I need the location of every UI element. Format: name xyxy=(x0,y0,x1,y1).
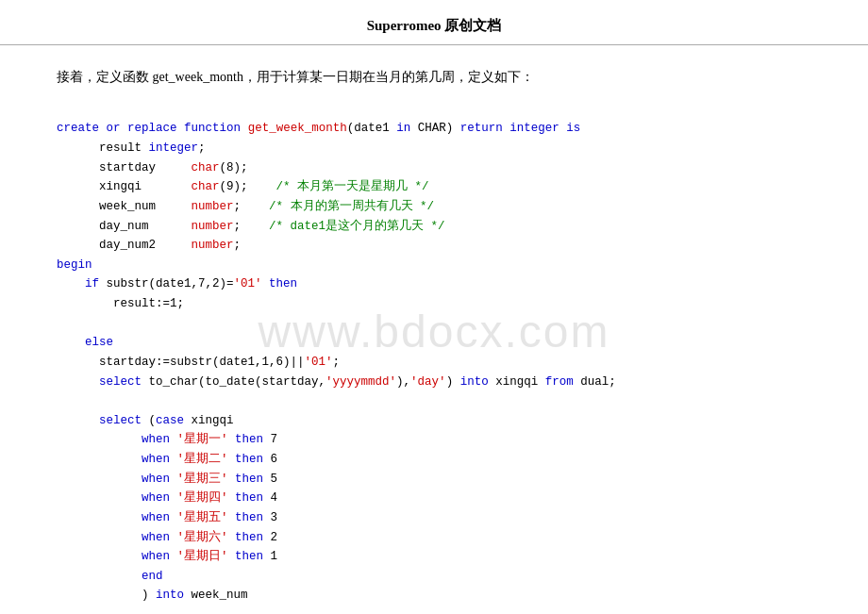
content-area: 接着，定义函数 get_week_month，用于计算某一日期在当月的第几周，定… xyxy=(0,45,868,614)
intro-paragraph: 接着，定义函数 get_week_month，用于计算某一日期在当月的第几周，定… xyxy=(57,66,811,89)
page: Superromeo 原创文档 www.bdocx.com 接着，定义函数 ge… xyxy=(0,0,868,614)
page-header: Superromeo 原创文档 xyxy=(0,0,868,45)
code-block: create or replace function get_week_mont… xyxy=(57,100,811,614)
header-title: Superromeo 原创文档 xyxy=(367,18,502,33)
